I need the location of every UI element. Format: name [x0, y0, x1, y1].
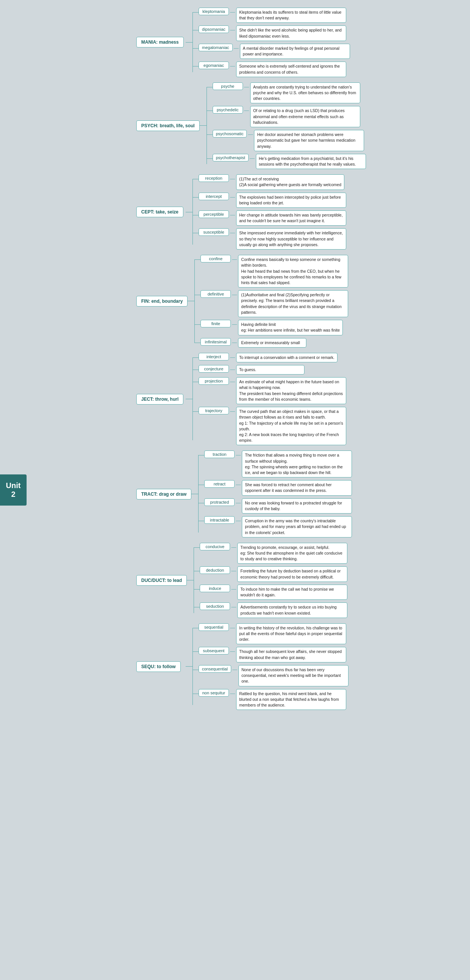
branch-tract-0: traction—The friction that allows a movi… — [198, 450, 352, 477]
branch-cept-0: reception—(1)The act of receiving (2)A s… — [192, 174, 346, 189]
def-node-conducive: Trending to promote, encourage, or assis… — [237, 543, 348, 564]
word-node-seduction: seduction — [200, 603, 230, 610]
word-node-conjecture: conjecture — [198, 365, 229, 372]
h-connector-tract — [191, 494, 198, 494]
word-node-deduction: deduction — [200, 566, 230, 574]
arrow-icon: — — [229, 174, 236, 182]
def-node-infinitesimal: Extremely or immeasurably small — [238, 338, 306, 348]
def-node-non-sequitur: Rattled by the question, his mind went b… — [236, 689, 346, 710]
section-ject: JECT: throw, hurlinterject—To interrupt … — [136, 353, 372, 445]
def-node-susceptible: She impressed everyone immediately with … — [236, 228, 346, 250]
word-node-perceptible: perceptible — [198, 210, 229, 218]
word-node-traction: traction — [204, 450, 235, 458]
arrow-icon: — — [229, 647, 236, 655]
branch-fin-2: finite—Having definite limit eg: Her amb… — [194, 320, 348, 335]
branch-ject-0: interject—To interrupt a conservation wi… — [192, 353, 346, 363]
section-duc: DUC/DUCT: to leadconducive—Trending to p… — [136, 543, 372, 618]
def-node-psyche: Analysts are constantly trying to unders… — [250, 83, 360, 104]
arrow-icon: — — [230, 603, 237, 611]
h-connector-ject — [186, 399, 192, 399]
branch-tract-3: intractable—Corruption in the army was t… — [198, 516, 352, 538]
branches-duc: conducive—Trending to promote, encourage… — [194, 543, 348, 618]
h-connector-fin — [187, 301, 194, 301]
branch-sequ-3: non sequitur—Rattled by the question, hi… — [192, 689, 349, 710]
arrow-icon: — — [243, 83, 250, 91]
arrow-icon: — — [235, 450, 242, 458]
branches-cept: reception—(1)The act of receiving (2)A s… — [192, 174, 346, 250]
arrow-icon: — — [249, 154, 256, 162]
word-node-protracted: protracted — [204, 498, 235, 506]
branches-sequ: sequential—In writing the history of the… — [192, 623, 349, 710]
arrow-icon: — — [229, 25, 236, 33]
def-node-kleptomania: Kleptomania leads its sufferers to steal… — [236, 8, 346, 23]
arrow-icon: — — [247, 130, 254, 138]
def-node-sequential: In writing the history of the revolution… — [236, 623, 346, 644]
branch-duc-1: deduction—Foretelling the future by dedu… — [194, 566, 348, 582]
arrow-icon: — — [229, 365, 236, 373]
branch-sequ-1: subsequent—Though all her subsequent lov… — [192, 647, 349, 662]
def-node-retract: She was forced to retract her comment ab… — [242, 480, 352, 495]
arrow-icon: — — [229, 623, 236, 631]
arrow-icon: — — [229, 210, 236, 218]
arrow-icon: — — [233, 44, 240, 52]
branch-sequ-0: sequential—In writing the history of the… — [192, 623, 349, 644]
arrow-icon: — — [243, 106, 250, 114]
word-node-reception: reception — [198, 174, 229, 182]
branch-cept-2: perceptible—Her change in attitude towar… — [192, 210, 346, 226]
word-node-finite: finite — [200, 320, 231, 328]
section-sequ: SEQU: to followsequential—In writing the… — [136, 623, 372, 710]
word-node-definitive: definitive — [200, 290, 231, 298]
word-node-psychosomatic: psychosomatic — [213, 130, 247, 137]
arrow-icon: — — [230, 543, 237, 551]
def-node-interject: To interrupt a conservation with a comme… — [236, 353, 338, 363]
root-node-sequ: SEQU: to follow — [136, 661, 181, 672]
arrow-icon: — — [229, 62, 236, 70]
def-node-trajectory: The curved path that an object makes in … — [236, 407, 346, 445]
word-node-trajectory: trajectory — [198, 407, 229, 414]
branch-psych-3: psychotherapist—He's getting medication … — [206, 154, 366, 169]
branch-ject-3: trajectory—The curved path that an objec… — [192, 407, 346, 445]
arrow-icon: — — [235, 516, 242, 524]
h-connector-cept — [186, 212, 192, 212]
arrow-icon: — — [235, 498, 242, 506]
def-node-psychedelic: Of or relating to a drug (such as LSD) t… — [250, 106, 360, 127]
mind-map: MANIA: madnesskleptomania—Kleptomania le… — [136, 8, 372, 710]
arrow-icon: — — [229, 407, 236, 415]
root-node-duc: DUC/DUCT: to lead — [136, 575, 187, 586]
h-connector-psych — [200, 125, 206, 126]
section-psych: PSYCH: breath, life, soulpsyche—Analysts… — [136, 83, 372, 169]
def-node-reception: (1)The act of receiving (2)A social gath… — [236, 174, 345, 189]
branch-tract-1: retract—She was forced to retract her co… — [198, 480, 352, 495]
word-node-confine: confine — [200, 255, 231, 262]
word-node-psychedelic: psychedelic — [213, 106, 243, 114]
root-node-tract: TRACT: drag or draw — [136, 489, 191, 500]
branch-cept-3: susceptible—She impressed everyone immed… — [192, 228, 346, 250]
def-node-perceptible: Her change in attitude towards him was b… — [236, 210, 346, 226]
root-node-ject: JECT: throw, hurl — [136, 394, 183, 404]
arrow-icon: — — [229, 228, 236, 236]
branch-sequ-2: consequential—None of our discussions th… — [192, 665, 349, 686]
section-tract: TRACT: drag or drawtraction—The friction… — [136, 450, 372, 537]
unit-label: Unit 2 — [0, 474, 27, 506]
branch-tract-2: protracted—No one was looking forward to… — [198, 498, 352, 514]
def-node-egomaniac: Someone who is extremely self-centered a… — [236, 62, 346, 77]
section-cept: CEPT: take, seizereception—(1)The act of… — [136, 174, 372, 250]
def-node-seduction: Advertisements constantly try to seduce … — [237, 603, 348, 617]
word-node-interject: interject — [198, 353, 229, 361]
branches-psych: psyche—Analysts are constantly trying to… — [206, 83, 366, 169]
word-node-retract: retract — [204, 480, 235, 488]
word-node-non-sequitur: non sequitur — [198, 689, 229, 697]
def-node-intractable: Corruption in the army was the country's… — [242, 516, 352, 538]
word-node-subsequent: subsequent — [198, 647, 229, 654]
h-connector-mania — [186, 42, 192, 43]
root-node-psych: PSYCH: breath, life, soul — [136, 121, 200, 131]
def-node-projection: An estimate of what might happen in the … — [236, 377, 346, 404]
section-fin: FIN: end, boundaryconfine—Confine means … — [136, 255, 372, 348]
root-node-mania: MANIA: madness — [136, 37, 184, 48]
h-connector-duc — [187, 580, 194, 581]
def-node-induce: To induce him to make the call we had to… — [237, 585, 348, 600]
branch-fin-1: definitive—(1)Authoritative and final (2… — [194, 290, 348, 317]
branch-fin-3: infinitesimal—Extremely or immeasurably … — [194, 338, 348, 348]
branches-tract: traction—The friction that allows a movi… — [198, 450, 352, 537]
def-node-subsequent: Though all her subsequent love affairs, … — [236, 647, 346, 662]
